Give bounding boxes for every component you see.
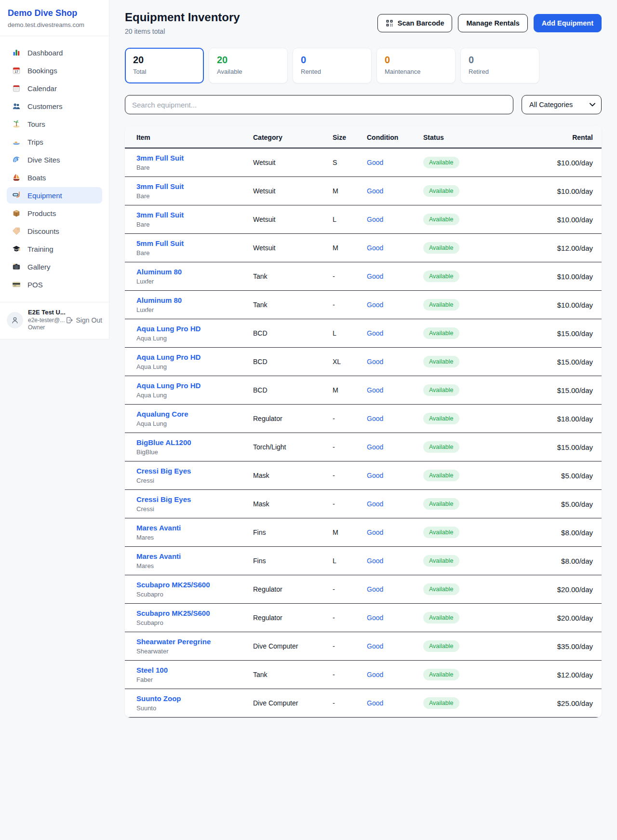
condition-link[interactable]: Good: [367, 329, 383, 337]
item-name-link[interactable]: 3mm Full Suit: [136, 182, 184, 190]
condition-link[interactable]: Good: [367, 642, 383, 650]
item-rental-rate: $10.00/day: [520, 205, 602, 234]
item-rental-rate: $5.00/day: [520, 461, 602, 490]
category-filter-value: All Categories: [529, 101, 573, 108]
status-badge: Available: [423, 299, 459, 311]
stat-value: 20: [133, 54, 196, 66]
category-filter-select[interactable]: All Categories: [522, 95, 602, 114]
item-name-link[interactable]: Shearwater Peregrine: [136, 637, 211, 646]
item-brand: Aqua Lung: [136, 363, 253, 370]
column-header-category[interactable]: Category: [253, 126, 333, 148]
search-input[interactable]: [125, 95, 513, 114]
item-size: -: [333, 405, 367, 433]
item-name-link[interactable]: Aqua Lung Pro HD: [136, 381, 201, 390]
pos-card-icon: [12, 280, 21, 289]
item-category: Torch/Light: [253, 433, 333, 461]
brand-name[interactable]: Demo Dive Shop: [8, 8, 101, 18]
discounts-tag-icon: [12, 227, 21, 235]
condition-link[interactable]: Good: [367, 187, 383, 195]
item-category: Regulator: [253, 604, 333, 632]
column-header-status[interactable]: Status: [423, 126, 520, 148]
sidebar-item-discounts[interactable]: Discounts: [7, 223, 102, 239]
manage-rentals-button[interactable]: Manage Rentals: [458, 14, 527, 32]
item-name-link[interactable]: Aluminum 80: [136, 296, 182, 304]
condition-link[interactable]: Good: [367, 272, 383, 280]
condition-link[interactable]: Good: [367, 216, 383, 223]
sidebar-item-dashboard[interactable]: Dashboard: [7, 44, 102, 61]
sidebar-item-tours[interactable]: Tours: [7, 116, 102, 132]
item-name-link[interactable]: Scubapro MK25/S600: [136, 609, 210, 617]
stat-label: Maintenance: [385, 68, 447, 75]
item-rental-rate: $8.00/day: [520, 518, 602, 547]
condition-link[interactable]: Good: [367, 415, 383, 422]
stat-label: Retired: [469, 68, 531, 75]
item-category: Tank: [253, 661, 333, 689]
sidebar-item-label: Gallery: [27, 263, 51, 271]
item-name-link[interactable]: Cressi Big Eyes: [136, 467, 191, 475]
condition-link[interactable]: Good: [367, 585, 383, 593]
item-name-link[interactable]: Mares Avanti: [136, 524, 181, 532]
item-brand: Bare: [136, 164, 253, 171]
sidebar-item-training[interactable]: Training: [7, 241, 102, 257]
sidebar-item-calendar[interactable]: Calendar: [7, 80, 102, 96]
item-name-link[interactable]: Steel 100: [136, 666, 168, 674]
item-name-link[interactable]: 3mm Full Suit: [136, 211, 184, 219]
item-name-link[interactable]: BigBlue AL1200: [136, 438, 191, 447]
sidebar-item-trips[interactable]: Trips: [7, 134, 102, 150]
item-brand: Luxfer: [136, 278, 253, 285]
sidebar-item-customers[interactable]: Customers: [7, 98, 102, 114]
condition-link[interactable]: Good: [367, 159, 383, 166]
item-category: Fins: [253, 547, 333, 575]
sidebar-item-equipment[interactable]: Equipment: [7, 187, 102, 203]
condition-link[interactable]: Good: [367, 386, 383, 394]
condition-link[interactable]: Good: [367, 614, 383, 622]
item-rental-rate: $10.00/day: [520, 177, 602, 205]
sidebar-item-bookings[interactable]: 17 Bookings: [7, 62, 102, 79]
condition-link[interactable]: Good: [367, 557, 383, 565]
item-name-link[interactable]: Aqua Lung Pro HD: [136, 353, 201, 361]
item-name-link[interactable]: Aluminum 80: [136, 268, 182, 276]
sidebar-item-dive-sites[interactable]: Dive Sites: [7, 151, 102, 168]
stat-card-maintenance[interactable]: 0 Maintenance: [376, 48, 456, 83]
add-equipment-button[interactable]: Add Equipment: [534, 14, 602, 32]
column-header-item[interactable]: Item: [125, 126, 253, 148]
scan-barcode-button[interactable]: Scan Barcode: [377, 14, 453, 32]
column-header-condition[interactable]: Condition: [367, 126, 423, 148]
item-name-link[interactable]: Scubapro MK25/S600: [136, 581, 210, 589]
condition-link[interactable]: Good: [367, 358, 383, 366]
column-header-rental[interactable]: Rental: [520, 126, 602, 148]
sign-out-button[interactable]: Sign Out: [66, 316, 102, 324]
sidebar-item-products[interactable]: Products: [7, 205, 102, 221]
item-name-link[interactable]: Aqualung Core: [136, 410, 188, 418]
column-header-size[interactable]: Size: [333, 126, 367, 148]
item-name-link[interactable]: 3mm Full Suit: [136, 154, 184, 162]
stat-card-retired[interactable]: 0 Retired: [460, 48, 539, 83]
condition-link[interactable]: Good: [367, 443, 383, 451]
condition-link[interactable]: Good: [367, 528, 383, 536]
sidebar-item-gallery[interactable]: Gallery: [7, 258, 102, 275]
item-name-link[interactable]: Mares Avanti: [136, 552, 181, 560]
stat-card-rented[interactable]: 0 Rented: [293, 48, 372, 83]
table-row-cressi-big-eyes: Cressi Big Eyes Cressi Mask - Good Avail…: [125, 490, 602, 518]
item-brand: Aqua Lung: [136, 420, 253, 427]
condition-link[interactable]: Good: [367, 472, 383, 479]
item-name-link[interactable]: Cressi Big Eyes: [136, 495, 191, 503]
calendar-icon: [12, 84, 21, 93]
item-brand: Cressi: [136, 505, 253, 513]
sidebar-item-boats[interactable]: Boats: [7, 169, 102, 186]
table-row-mares-avanti: Mares Avanti Mares Fins L Good Available…: [125, 547, 602, 575]
stat-card-available[interactable]: 20 Available: [209, 48, 288, 83]
table-row-steel-100: Steel 100 Faber Tank - Good Available $1…: [125, 661, 602, 689]
item-name-link[interactable]: Suunto Zoop: [136, 694, 181, 703]
item-rental-rate: $18.00/day: [520, 405, 602, 433]
item-name-link[interactable]: Aqua Lung Pro HD: [136, 325, 201, 333]
condition-link[interactable]: Good: [367, 699, 383, 707]
condition-link[interactable]: Good: [367, 671, 383, 678]
sidebar-item-pos[interactable]: POS: [7, 276, 102, 293]
stat-card-total[interactable]: 20 Total: [125, 48, 204, 83]
item-rental-rate: $15.00/day: [520, 433, 602, 461]
condition-link[interactable]: Good: [367, 244, 383, 252]
condition-link[interactable]: Good: [367, 301, 383, 309]
condition-link[interactable]: Good: [367, 500, 383, 508]
item-name-link[interactable]: 5mm Full Suit: [136, 239, 184, 247]
